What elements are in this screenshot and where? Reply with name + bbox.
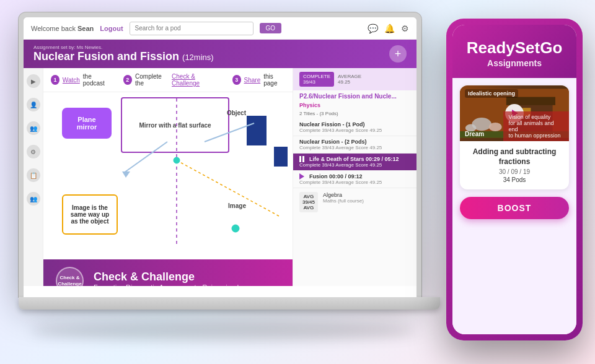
mirror-outline: Mirror with a flat surface [121,97,229,153]
mirror-description: Mirror with a flat surface [139,122,211,129]
welcome-text: Welcome back Sean [31,25,94,32]
step-3-link[interactable]: Share [244,77,261,84]
step-2: 2 Complete the Check & Challenge [123,73,220,87]
add-button[interactable]: + [389,45,407,63]
item-0-title: Nuclear Fission - (1 Pod) [299,121,410,128]
sidebar-icon-2[interactable]: 👤 [27,98,40,111]
card-assignment-title: Adding and subtracting fractions [467,147,562,167]
steps-bar: 1 Watch the podcast 2 Complete the Check… [43,68,293,92]
average-badge: AVERAGE49.25 [338,74,361,85]
search-input[interactable] [130,22,253,35]
physics-diagram: Planemirror Mirror with a flat surface O… [43,92,293,259]
phone-screen: ReadySetGo Assignments [452,25,576,334]
card-image-label: Idealistic opening [465,89,518,98]
assignment-item-1[interactable]: Nuclear Fusion - (2 Pods) Complete 39/43… [293,136,416,154]
sidebar: ▶ 👤 👥 ⚙ 📋 👥 [24,68,43,286]
nav-icons: 💬 🔔 ⚙ [368,24,409,33]
plane-mirror-label: Planemirror [62,108,112,139]
phone-outer: ReadySetGo Assignments [446,19,583,340]
phone-mockup: ReadySetGo Assignments [446,19,583,340]
step-3-number: 3 [232,75,241,85]
card-body: Adding and subtracting fractions 30 / 09… [460,141,569,189]
item-3-title: Fusion 00:00 / 09:12 [309,173,363,180]
panel-header: COMPLETE39/43 AVERAGE49.25 [293,68,416,90]
item-1-meta: Complete 39/43 Average Score 49.25 [299,145,410,150]
algebra-row[interactable]: AVG 39/45 AVG Algebra Maths (full course… [293,188,416,216]
bell-icon[interactable]: 🔔 [384,24,395,33]
step-2-link[interactable]: Check & Challenge [172,73,220,87]
go-button[interactable]: GO [260,23,282,33]
assignment-item-0[interactable]: Nuclear Fission - (1 Pod) Complete 39/43… [293,119,416,136]
step-1: 1 Watch the podcast [51,73,111,87]
laptop-screen: Welcome back Sean Logout GO 💬 🔔 ⚙ Assign… [19,12,421,297]
check-challenge-title: Check & Challenge [94,271,239,284]
boost-button[interactable]: BOOST [460,197,569,219]
step-2-number: 2 [123,75,133,85]
laptop-base [19,297,440,310]
app-name: ReadySetGo [462,40,566,56]
laptop-mockup: Welcome back Sean Logout GO 💬 🔔 ⚙ Assign… [19,12,428,334]
assignment-item-3[interactable]: Fusion 00:00 / 09:12 Complete 39/43 Aver… [293,171,416,188]
blue-square-right [274,147,288,167]
svg-point-5 [174,157,180,163]
sidebar-icon-1[interactable]: ▶ [27,74,40,88]
subject-color: Physics [293,102,416,111]
sidebar-icon-5[interactable]: 📋 [27,168,40,182]
svg-point-6 [232,225,239,232]
svg-marker-2 [122,171,130,178]
assignment-header: Assignment set by: Ms Newies. Nuclear Fu… [24,40,416,68]
screen-content: Welcome back Sean Logout GO 💬 🔔 ⚙ Assign… [24,17,416,297]
item-2-meta: Complete 39/43 Average Score 49.25 [299,162,410,168]
card-image: Idealistic opening Vision of equalityfor… [460,85,569,141]
gear-icon[interactable]: ⚙ [401,24,409,33]
algebra-title: Algebra [323,192,364,198]
item-2-title: Life & Death of Stars 00:29 / 05:12 [309,156,399,162]
subject-meta: 2 Titles - (3 Pods) [293,111,416,119]
image-same-way-up-label: Image is thesame way upas the object [62,194,118,235]
section-title: Assignments [462,58,566,68]
step-3: 3 Share this page [232,73,285,87]
step-2-prefix: Complete the [135,73,169,87]
item-0-meta: Complete 39/43 Average Score 49.25 [299,128,410,133]
check-challenge-badge: Check & Challenge [56,267,84,286]
svg-point-12 [489,123,502,131]
step-3-text: this page [263,73,285,87]
assignment-title: Nuclear Fusion and Fission (12mins) [33,50,214,63]
algebra-avg: AVG 39/45 AVG [299,192,318,212]
laptop-shadow [31,322,415,340]
sidebar-icon-6[interactable]: 👥 [27,192,40,206]
diagram-area: 1 Watch the podcast 2 Complete the Check… [43,68,293,286]
blue-square-top [247,116,267,145]
main-content: ▶ 👤 👥 ⚙ 📋 👥 1 Watch the podcast [24,68,416,286]
right-panel: COMPLETE39/43 AVERAGE49.25 P2.6/Nuclear … [293,68,416,286]
chat-icon[interactable]: 💬 [368,24,378,33]
check-challenge-section: Check & Challenge Check & Challenge Form… [43,259,293,286]
phone-header: ReadySetGo Assignments [452,25,576,78]
dream-label: Dream [465,131,484,137]
check-challenge-subtitle: Formative Diagnostic Assessment - Reimag… [94,284,239,286]
item-3-meta: Complete 39/43 Average Score 49.25 [299,180,410,185]
assignment-item-2[interactable]: Life & Death of Stars 00:29 / 05:12 Comp… [293,154,416,171]
sidebar-icon-4[interactable]: ⚙ [27,145,40,158]
sidebar-icon-3[interactable]: 👥 [27,121,40,135]
subject-title: P2.6/Nuclear Fission and Nucle... [293,90,416,102]
image-label: Image [228,202,246,209]
card-pods: 34 Pods [467,176,562,183]
object-label: Object [227,110,246,116]
complete-badge: COMPLETE39/43 [299,72,334,87]
pause-icon [299,156,304,162]
phone-content: Idealistic opening Vision of equalityfor… [452,78,576,334]
check-challenge-text: Check & Challenge Formative Diagnostic A… [94,271,239,286]
assignment-label: Assignment set by: Ms Newies. [33,45,214,50]
algebra-subject: Maths (full course) [323,198,364,204]
card-overlay-text: Vision of equalityfor all animals and en… [503,111,569,141]
logout-link[interactable]: Logout [100,25,123,32]
card-date: 30 / 09 / 19 [467,168,562,175]
step-1-link[interactable]: Watch [63,77,80,84]
step-1-text: the podcast [83,73,111,87]
item-1-title: Nuclear Fusion - (2 Pods) [299,139,410,145]
step-1-number: 1 [51,75,60,85]
play-icon [299,173,304,180]
top-navigation: Welcome back Sean Logout GO 💬 🔔 ⚙ [24,17,416,40]
assignment-card[interactable]: Idealistic opening Vision of equalityfor… [460,85,569,189]
